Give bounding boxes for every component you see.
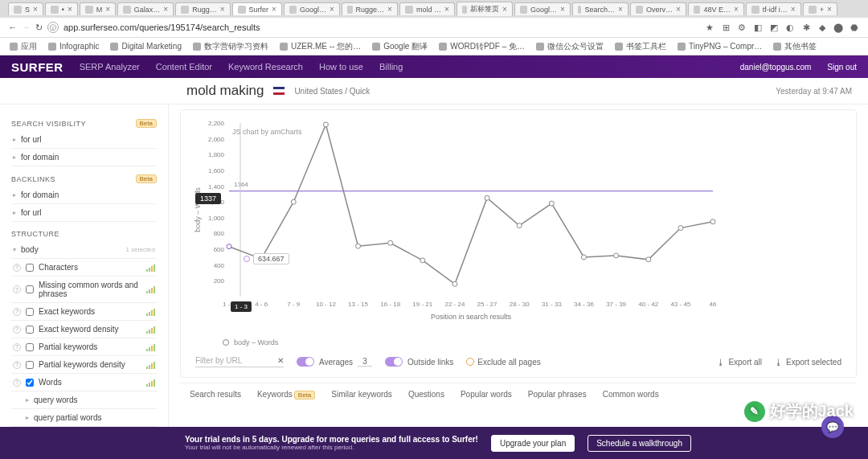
chart-area[interactable]: JS chart by amCharts 1337 1 - 3 634.667 … (190, 117, 846, 334)
browser-tab[interactable]: Overv…× (630, 2, 686, 15)
sidebar-structure-item[interactable]: ▸query partial words (11, 409, 157, 427)
sidebar-structure-item[interactable]: ?Characters (11, 259, 157, 277)
close-icon[interactable]: × (734, 5, 739, 14)
bookmark-item[interactable]: Infographic (48, 42, 99, 51)
checkbox[interactable] (26, 326, 34, 334)
help-icon[interactable]: ? (13, 326, 21, 334)
extension-icons[interactable]: ★⊞⚙◧◩◐✱◆⬤⬣ (704, 22, 860, 33)
browser-tab[interactable]: Googl…× (284, 2, 340, 15)
close-icon[interactable]: × (272, 5, 276, 14)
nav-content[interactable]: Content Editor (156, 62, 212, 72)
brand-logo[interactable]: SURFER (11, 60, 63, 74)
reload-icon[interactable]: ↻ (35, 23, 43, 33)
sidebar-item-domain[interactable]: ▸for domain (11, 149, 157, 166)
sidebar-structure-item[interactable]: ?Partial keywords density (11, 356, 157, 374)
close-icon[interactable]: × (676, 5, 681, 14)
results-tab[interactable]: Common words (603, 390, 659, 399)
bookmark-item[interactable]: 微信公众号设置 (536, 41, 604, 52)
help-icon[interactable]: ? (13, 379, 21, 387)
filter-url-input[interactable]: Filter by URL ✕ (195, 356, 284, 367)
forward-icon[interactable]: → (22, 23, 31, 32)
results-tab[interactable]: Search results (190, 390, 241, 399)
help-icon[interactable]: ? (13, 361, 21, 369)
close-icon[interactable]: × (387, 5, 392, 14)
toggle-outside-links[interactable]: Outside links (385, 357, 453, 367)
bookmark-item[interactable]: 数字营销学习资料 (193, 41, 268, 52)
bookmark-item[interactable]: 应用 (10, 41, 37, 52)
browser-tab[interactable]: Galax…× (117, 2, 174, 15)
nav-billing[interactable]: Billing (379, 62, 403, 72)
sidebar-item-back-url[interactable]: ▸for url (11, 204, 157, 222)
sidebar-structure-item[interactable]: ▸query words (11, 391, 157, 409)
browser-tab[interactable]: S× (8, 2, 43, 15)
close-icon[interactable]: × (163, 5, 168, 14)
clear-icon[interactable]: ✕ (277, 356, 284, 365)
back-icon[interactable]: ← (8, 23, 17, 32)
browser-tab[interactable]: Googl…× (514, 2, 571, 15)
results-tab[interactable]: Popular phrases (528, 390, 587, 399)
sidebar-structure-item[interactable]: ?Missing common words and phrases (11, 277, 157, 303)
nav-serp[interactable]: SERP Analyzer (80, 62, 140, 72)
nav-keyword[interactable]: Keyword Research (228, 62, 303, 72)
close-icon[interactable]: × (827, 5, 832, 14)
sidebar-item-url[interactable]: ▸for url (11, 131, 157, 149)
sidebar-item-back-domain[interactable]: ▸for domain (11, 186, 157, 204)
sidebar-structure-item[interactable]: ?Words (11, 374, 157, 391)
help-icon[interactable]: ? (13, 285, 21, 293)
results-tab[interactable]: Similar keywords (331, 390, 392, 399)
export-selected-button[interactable]: ⭳Export selected (775, 358, 841, 367)
close-icon[interactable]: × (105, 5, 110, 14)
toggle-averages[interactable]: Averages 3 (297, 357, 372, 367)
upgrade-button[interactable]: Upgrade your plan (491, 435, 575, 452)
close-icon[interactable]: × (68, 5, 72, 14)
close-icon[interactable]: × (618, 5, 623, 14)
close-icon[interactable]: × (444, 5, 449, 14)
results-tab[interactable]: Popular words (461, 390, 512, 399)
checkbox[interactable] (26, 264, 34, 272)
bookmark-item[interactable]: 书签工具栏 (615, 41, 666, 52)
schedule-button[interactable]: Schedule a walkthrough (588, 435, 691, 452)
help-icon[interactable]: ? (13, 343, 21, 351)
bookmark-item[interactable]: UZER.ME -- 您的… (280, 41, 361, 52)
close-icon[interactable]: × (220, 5, 225, 14)
user-email[interactable]: daniel@topgus.com (740, 63, 812, 72)
browser-tab[interactable]: Rugg…× (175, 2, 230, 15)
browser-tab[interactable]: M× (80, 2, 116, 15)
chart-legend[interactable]: body – Words (190, 338, 846, 346)
browser-tab[interactable]: Rugge…× (342, 2, 398, 15)
browser-tab[interactable]: mold …× (399, 2, 455, 15)
sidebar-item-body[interactable]: ▾body1 selected (11, 241, 157, 259)
browser-tab[interactable]: Surfer× (232, 2, 282, 15)
checkbox[interactable] (26, 308, 34, 316)
checkbox[interactable] (26, 285, 34, 293)
help-icon[interactable]: ? (13, 308, 21, 316)
close-icon[interactable]: × (330, 5, 334, 14)
browser-tab[interactable]: +× (803, 2, 837, 15)
browser-tab[interactable]: Search…× (572, 2, 628, 15)
close-icon[interactable]: × (791, 5, 796, 14)
checkbox[interactable] (26, 361, 34, 369)
browser-tab[interactable]: 新标签页× (457, 2, 513, 16)
browser-tab[interactable]: 48V E…× (688, 2, 744, 15)
sidebar-structure-item[interactable]: ?Partial keywords (11, 338, 157, 356)
chart-svg[interactable]: 2004006008001,0001,2001,4001,6001,8002,0… (190, 117, 721, 326)
signout-link[interactable]: Sign out (827, 63, 857, 72)
export-all-button[interactable]: ⭳Export all (717, 358, 762, 367)
location-label[interactable]: United States / Quick (294, 87, 370, 96)
bookmark-item[interactable]: WORD转PDF – 免… (439, 41, 525, 52)
browser-tab[interactable]: tf-idf i…× (746, 2, 801, 15)
bookmark-item[interactable]: 其他书签 (773, 41, 817, 52)
results-tab[interactable]: Questions (408, 390, 444, 399)
bookmark-item[interactable]: Google 翻译 (372, 41, 428, 52)
help-icon[interactable]: ? (13, 264, 21, 272)
bookmark-item[interactable]: Digital Marketing (110, 42, 181, 51)
close-icon[interactable]: × (560, 5, 565, 14)
nav-howto[interactable]: How to use (319, 62, 363, 72)
address-field[interactable]: app.surferseo.com/queries/195174/search_… (63, 23, 699, 32)
bookmark-item[interactable]: TinyPNG – Compr… (678, 42, 762, 51)
site-info-icon[interactable]: ⓘ (47, 22, 59, 33)
checkbox[interactable] (26, 379, 34, 387)
exclude-all-button[interactable]: Exclude all pages (466, 358, 540, 367)
checkbox[interactable] (26, 343, 34, 351)
close-icon[interactable]: × (502, 5, 507, 14)
